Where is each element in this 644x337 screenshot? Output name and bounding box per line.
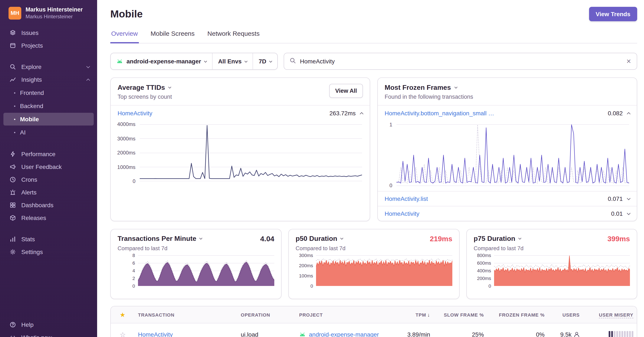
metric-value: 399ms: [607, 235, 630, 243]
sidebar-item-projects[interactable]: Projects: [0, 39, 97, 52]
environment-selector[interactable]: All Envs: [212, 53, 253, 69]
sidebar-item-stats[interactable]: Stats: [0, 233, 97, 246]
y-axis-labels: 8 6 4 2 0: [118, 253, 138, 288]
transaction-link[interactable]: HomeActivity: [138, 331, 173, 337]
chevron-down-icon: [269, 59, 272, 62]
search-icon: [290, 57, 296, 65]
bullet-icon: [14, 105, 15, 107]
sidebar-item-releases[interactable]: Releases: [0, 212, 97, 224]
bullet-icon: [14, 132, 15, 133]
sidebar-item-label: Alerts: [21, 189, 37, 196]
transaction-link[interactable]: HomeActivity.list: [384, 195, 428, 202]
frozen-value: 0.082: [608, 110, 623, 117]
clear-search-icon[interactable]: ✕: [626, 58, 631, 64]
star-outline-icon[interactable]: ☆: [120, 331, 126, 337]
sidebar-item-insights[interactable]: Insights: [0, 73, 97, 86]
card-title-dropdown[interactable]: Transactions Per Minute: [118, 235, 202, 243]
expand-row-icon[interactable]: [627, 211, 630, 215]
p50-duration-chart: [316, 255, 452, 286]
tab-overview[interactable]: Overview: [110, 30, 139, 43]
ttid-value: 263.72ms: [330, 110, 356, 117]
expand-row-icon[interactable]: [627, 196, 630, 200]
user-name: Markus Hintersteiner: [26, 6, 83, 13]
issues-icon: [9, 29, 16, 36]
bullet-icon: [14, 118, 15, 120]
sidebar-item-label: Crons: [21, 176, 37, 183]
y-tick: 4000ms: [117, 122, 136, 127]
users-count: 9.5k: [560, 331, 572, 337]
grid-icon: [9, 202, 16, 209]
card-title-dropdown[interactable]: p50 Duration: [296, 235, 343, 243]
collapse-row-icon[interactable]: [627, 112, 630, 116]
frozen-value: 0.01: [611, 210, 623, 217]
card-title: Most Frozen Frames: [384, 84, 451, 91]
view-trends-button[interactable]: View Trends: [589, 7, 637, 21]
metric-subtitle: Compared to last 7d: [118, 245, 274, 252]
chevron-up-icon: [86, 78, 90, 82]
date-range-value: 7D: [259, 58, 266, 65]
avatar: MH: [8, 6, 21, 19]
transaction-link[interactable]: HomeActivity: [384, 210, 419, 217]
tpm-chart: [138, 255, 274, 286]
y-tick: 800ms: [477, 253, 491, 257]
sidebar-item-label: AI: [20, 129, 26, 136]
transaction-link[interactable]: HomeActivity.bottom_navigation_small …: [384, 110, 494, 117]
sidebar-item-whats-new[interactable]: What's new: [0, 331, 97, 337]
chevron-down-icon: [518, 237, 521, 240]
project-selector[interactable]: android-expense-manager: [111, 53, 212, 69]
metric-value: 4.04: [260, 235, 274, 243]
date-range-selector[interactable]: 7D: [253, 53, 278, 69]
sidebar-item-settings[interactable]: Settings: [0, 246, 97, 258]
card-title: Average TTIDs: [118, 84, 165, 91]
tab-mobile-screens[interactable]: Mobile Screens: [150, 30, 196, 43]
sidebar-item-explore[interactable]: Explore: [0, 60, 97, 73]
bar-chart-icon: [9, 236, 16, 243]
transaction-link[interactable]: HomeActivity: [118, 110, 152, 117]
sidebar-item-frontend[interactable]: Frontend: [4, 86, 94, 99]
metric-subtitle: Compared to last 7d: [474, 245, 630, 252]
search-input[interactable]: [300, 58, 622, 65]
sidebar-item-alerts[interactable]: Alerts: [0, 186, 97, 199]
chevron-down-icon: [340, 237, 343, 240]
y-tick: 1: [390, 122, 392, 127]
sidebar-item-crons[interactable]: Crons: [0, 173, 97, 186]
user-menu[interactable]: MH Markus Hintersteiner Markus Hinterste…: [0, 0, 97, 26]
sidebar-item-performance[interactable]: Performance: [0, 148, 97, 160]
frozen-transaction-row: HomeActivity.bottom_navigation_small … 0…: [378, 105, 637, 121]
y-axis-labels: 4000ms 3000ms 2000ms 1000ms 0: [117, 122, 140, 184]
tab-network-requests[interactable]: Network Requests: [206, 30, 260, 43]
th-frozen-frame[interactable]: FROZEN FRAME %: [487, 312, 548, 317]
card-title-dropdown[interactable]: Most Frozen Frames: [384, 84, 473, 91]
sidebar-item-mobile[interactable]: Mobile: [4, 113, 94, 125]
y-tick: 8: [132, 253, 135, 257]
star-icon: ★: [120, 311, 126, 318]
card-title-dropdown[interactable]: Average TTIDs: [118, 84, 172, 91]
y-tick: 0: [133, 179, 136, 184]
ttid-chart: [140, 124, 362, 181]
card-title: p75 Duration: [474, 235, 515, 243]
th-slow-frame[interactable]: SLOW FRAME %: [434, 312, 487, 317]
project-link[interactable]: android-expense-manager: [309, 331, 379, 337]
sidebar-item-backend[interactable]: Backend: [4, 100, 94, 112]
view-all-button[interactable]: View All: [329, 84, 363, 98]
megaphone-icon: [9, 163, 16, 170]
y-tick: 200ms: [477, 276, 491, 280]
help-icon: [9, 321, 16, 328]
card-title-dropdown[interactable]: p75 Duration: [474, 235, 521, 243]
sidebar-item-help[interactable]: Help: [0, 318, 97, 331]
th-tpm[interactable]: TPM↓: [394, 312, 434, 318]
project-cell: android-expense-manager: [299, 331, 390, 337]
sidebar-item-label: Help: [21, 321, 34, 328]
broadcast-icon: [9, 334, 16, 337]
sidebar-item-dashboards[interactable]: Dashboards: [0, 199, 97, 212]
th-user-misery[interactable]: USER MISERY: [583, 312, 637, 317]
collapse-row-icon[interactable]: [360, 112, 364, 116]
sidebar-item-issues[interactable]: Issues: [0, 26, 97, 39]
y-tick: 300ms: [299, 253, 313, 257]
y-tick: 600ms: [477, 261, 491, 265]
operation-cell: ui.load: [238, 331, 296, 337]
sidebar-item-user-feedback[interactable]: User Feedback: [0, 160, 97, 173]
th-users[interactable]: USERS: [548, 312, 583, 317]
sidebar-item-ai[interactable]: AI: [4, 126, 94, 139]
card-subtitle: Found in the following transactions: [384, 94, 473, 100]
